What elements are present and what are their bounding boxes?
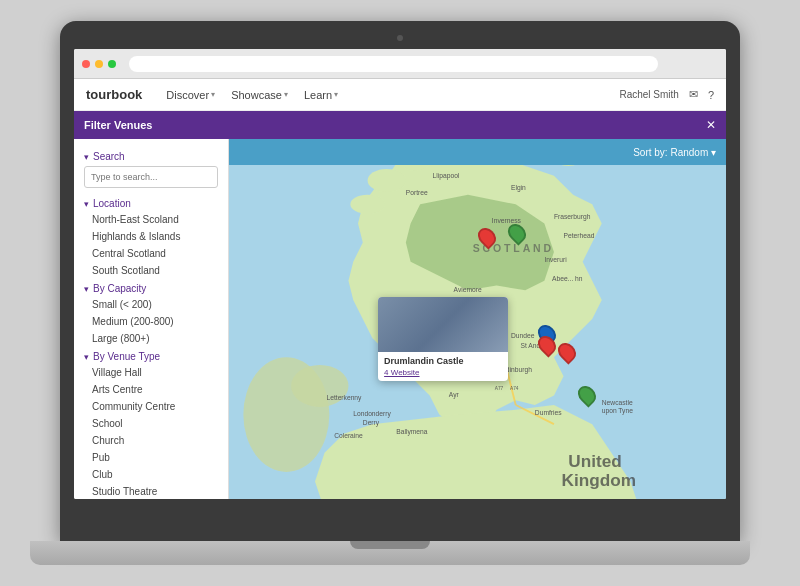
svg-text:A77: A77 bbox=[495, 386, 504, 391]
map-background: Sort by: Random ▾ bbox=[229, 139, 726, 499]
browser-dot-yellow[interactable] bbox=[95, 60, 103, 68]
svg-text:Llipapool: Llipapool bbox=[433, 172, 460, 180]
venue-pub[interactable]: Pub bbox=[74, 449, 228, 466]
svg-text:A74: A74 bbox=[510, 386, 519, 391]
location-highlands[interactable]: Highlands & Islands bbox=[74, 228, 228, 245]
laptop-outer: tourbook Discover ▾ Showcase ▾ Learn ▾ R… bbox=[60, 21, 740, 541]
popup-website-link[interactable]: 4 Website bbox=[384, 368, 502, 377]
learn-chevron-icon: ▾ bbox=[334, 90, 338, 99]
location-northeast[interactable]: North-East Scoland bbox=[74, 211, 228, 228]
site-logo: tourbook bbox=[86, 87, 142, 102]
venue-artscentre[interactable]: Arts Centre bbox=[74, 381, 228, 398]
venue-studiotheatre[interactable]: Studio Theatre bbox=[74, 483, 228, 499]
laptop-base bbox=[30, 541, 750, 565]
main-area: Search Location North-East Scoland Highl… bbox=[74, 139, 726, 499]
svg-text:Letterkenny: Letterkenny bbox=[326, 394, 362, 402]
nav-learn[interactable]: Learn ▾ bbox=[304, 89, 338, 101]
capacity-large[interactable]: Large (800+) bbox=[74, 330, 228, 347]
search-input[interactable] bbox=[84, 166, 218, 188]
capacity-section-title: By Capacity bbox=[74, 279, 228, 296]
user-name: Rachel Smith bbox=[619, 89, 678, 100]
svg-text:upon Tyne: upon Tyne bbox=[602, 407, 633, 415]
svg-text:Elgin: Elgin bbox=[511, 184, 526, 192]
svg-text:Dundee: Dundee bbox=[511, 332, 535, 339]
venuetype-section-title: By Venue Type bbox=[74, 347, 228, 364]
svg-text:Newcastle: Newcastle bbox=[602, 399, 633, 406]
laptop-screen: tourbook Discover ▾ Showcase ▾ Learn ▾ R… bbox=[74, 49, 726, 499]
help-icon[interactable]: ? bbox=[708, 89, 714, 101]
svg-text:Dumfries: Dumfries bbox=[535, 409, 562, 416]
sort-label[interactable]: Sort by: Random ▾ bbox=[633, 147, 716, 158]
capacity-small[interactable]: Small (< 200) bbox=[74, 296, 228, 313]
search-section-title: Search bbox=[74, 147, 228, 164]
sort-bar: Sort by: Random ▾ bbox=[229, 139, 726, 165]
sidebar: Search Location North-East Scoland Highl… bbox=[74, 139, 229, 499]
browser-url-bar[interactable] bbox=[129, 56, 658, 72]
svg-text:United: United bbox=[568, 451, 621, 471]
popup-image bbox=[378, 297, 508, 352]
map-area[interactable]: Sort by: Random ▾ bbox=[229, 139, 726, 499]
svg-text:Portree: Portree bbox=[406, 189, 428, 196]
venue-villagehall[interactable]: Village Hall bbox=[74, 364, 228, 381]
laptop-wrapper: tourbook Discover ▾ Showcase ▾ Learn ▾ R… bbox=[50, 21, 750, 565]
showcase-chevron-icon: ▾ bbox=[284, 90, 288, 99]
svg-text:Ballymena: Ballymena bbox=[396, 428, 428, 436]
laptop-notch bbox=[350, 541, 430, 549]
filter-close-button[interactable]: ✕ bbox=[706, 118, 716, 132]
location-section-title: Location bbox=[74, 194, 228, 211]
nav-right: Rachel Smith ✉ ? bbox=[619, 88, 714, 101]
svg-text:Fraserburgh: Fraserburgh bbox=[554, 213, 591, 221]
popup-title: Drumlandin Castle bbox=[384, 356, 502, 366]
capacity-medium[interactable]: Medium (200-800) bbox=[74, 313, 228, 330]
discover-chevron-icon: ▾ bbox=[211, 90, 215, 99]
browser-dot-red[interactable] bbox=[82, 60, 90, 68]
map-pin-5[interactable] bbox=[559, 342, 575, 362]
svg-text:Abee... hn: Abee... hn bbox=[552, 275, 583, 282]
venue-club[interactable]: Club bbox=[74, 466, 228, 483]
nav-discover[interactable]: Discover ▾ bbox=[166, 89, 215, 101]
venue-popup[interactable]: Drumlandin Castle 4 Website bbox=[378, 297, 508, 381]
browser-dot-green[interactable] bbox=[108, 60, 116, 68]
map-pin-2[interactable] bbox=[509, 223, 525, 243]
browser-bar bbox=[74, 49, 726, 79]
location-south[interactable]: South Scotland bbox=[74, 262, 228, 279]
svg-text:Aviemore: Aviemore bbox=[454, 286, 482, 293]
svg-point-5 bbox=[350, 195, 384, 214]
svg-text:Kingdom: Kingdom bbox=[562, 470, 636, 490]
popup-body: Drumlandin Castle 4 Website bbox=[378, 352, 508, 381]
svg-text:Coleraine: Coleraine bbox=[334, 432, 363, 439]
filter-title: Filter Venues bbox=[84, 119, 706, 131]
location-central[interactable]: Central Scotland bbox=[74, 245, 228, 262]
map-pin-6[interactable] bbox=[579, 385, 595, 405]
venue-communitycentre[interactable]: Community Centre bbox=[74, 398, 228, 415]
app-content: Filter Venues ✕ Search Location North-Ea… bbox=[74, 111, 726, 499]
venue-church[interactable]: Church bbox=[74, 432, 228, 449]
nav-showcase[interactable]: Showcase ▾ bbox=[231, 89, 288, 101]
svg-text:Derry: Derry bbox=[363, 419, 380, 427]
svg-text:Inveruri: Inveruri bbox=[544, 256, 567, 263]
mail-icon[interactable]: ✉ bbox=[689, 88, 698, 101]
svg-text:Ayr: Ayr bbox=[449, 391, 460, 399]
svg-text:Londonderry: Londonderry bbox=[353, 410, 391, 418]
venue-school[interactable]: School bbox=[74, 415, 228, 432]
filter-header: Filter Venues ✕ bbox=[74, 111, 726, 139]
map-pin-1[interactable] bbox=[479, 227, 495, 247]
map-pin-4[interactable] bbox=[539, 335, 555, 355]
laptop-camera bbox=[397, 35, 403, 41]
svg-point-3 bbox=[368, 169, 406, 192]
nav-bar: tourbook Discover ▾ Showcase ▾ Learn ▾ R… bbox=[74, 79, 726, 111]
svg-text:Peterhead: Peterhead bbox=[564, 232, 595, 239]
